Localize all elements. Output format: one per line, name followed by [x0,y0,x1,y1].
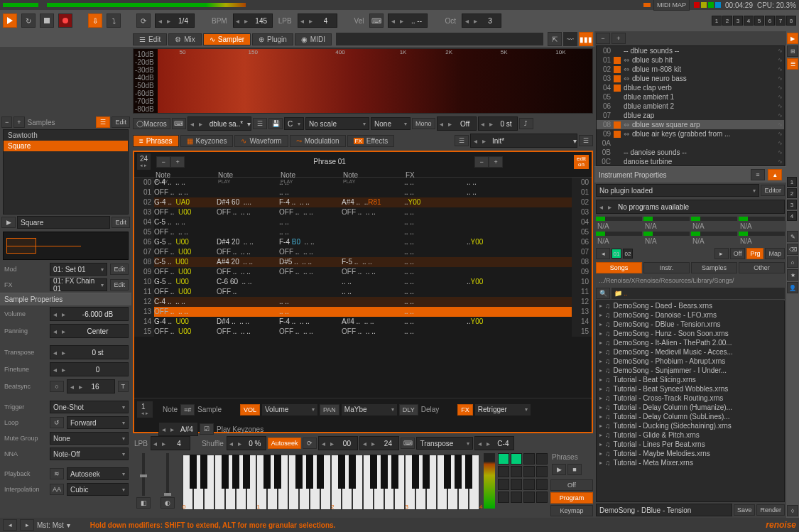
edit-mode-button[interactable]: ⇩ [88,13,102,28]
pattern-row[interactable]: 08C-5 .. U00A#4 20 .. ..D#5 .. .. ..F-5 … [134,257,592,267]
tab-plugin[interactable]: ⊕Plugin [252,33,293,45]
black-key[interactable] [465,455,472,489]
pattern-row[interactable]: 01OFF .. .. .. .. .. .. .... ..01 [134,188,592,197]
tab-midi[interactable]: ◉MIDI [295,33,332,45]
autoseek-button[interactable]: Autoseek [268,438,302,449]
file-item[interactable]: ▸♫Tutorial - Beat Slicing.xrns [597,375,784,384]
phrase-preset-spinner[interactable]: ◂▸Init*▾ [470,134,577,148]
record-button[interactable] [58,13,72,28]
mod-edit-button[interactable]: Edit [110,264,129,275]
instrument-item[interactable]: 01⇔dblue sub hit∿ [597,55,784,65]
interp-icon[interactable]: AA [50,484,64,495]
col-add-button[interactable]: + [170,156,185,168]
file-item[interactable]: ▸♫DemoSong - It-Alien - ThePath 2.00... [597,338,784,347]
finetune-spinner[interactable]: ◂▸0 [50,362,129,376]
play-button[interactable] [3,13,17,28]
sample-play-button[interactable]: ▶ [1,217,16,228]
inst-add-button[interactable]: + [612,33,626,44]
playback-icon[interactable]: ≋ [50,468,64,479]
mod-wheel[interactable] [166,453,169,496]
instrument-item[interactable]: 0Cdanoise turbine∿ [597,157,784,166]
phrase-keymap-button[interactable]: Keymap [550,505,593,516]
file-item[interactable]: ▸♫DemoSong - DBlue - Tension.xrns [597,320,784,329]
interp-select[interactable]: Cubic▾ [67,483,129,496]
macro-slider[interactable] [691,217,737,221]
tool-home[interactable]: ⌂ [787,256,798,268]
view-1[interactable]: 1 [787,177,797,187]
note-hash-button[interactable]: ≡# [180,404,195,416]
sample-edit-button[interactable]: Edit [112,116,130,128]
black-key[interactable] [381,455,388,489]
fx-chain-select[interactable]: 01: FX Chain 01▾ [50,278,107,291]
file-item[interactable]: ▸♫DemoSong - Danoise - LFO.xrns [597,310,784,320]
browser-breadcrumb[interactable]: 📁 .. [612,288,785,299]
vol-col-button[interactable]: VOL [240,404,260,416]
vel-keyboard-icon[interactable]: ⌨ [369,13,384,28]
beatsync-mode[interactable]: T [118,381,129,392]
instrument-item[interactable]: 03⇔dblue neuro bass∿ [597,74,784,83]
phrases-map-button[interactable]: Map [765,248,785,259]
fx-col-remove-button[interactable]: − [474,156,489,168]
phrase-off-button[interactable]: Off [550,479,593,491]
file-item[interactable]: ▸♫DemoSong - Hunz - Soon Soon.xrns [597,329,784,338]
edit-on-badge[interactable]: edit on [574,155,589,169]
macro-slider[interactable] [596,217,642,221]
pattern-row[interactable]: 00C-4 .. .. .. .. .. .. .... ..00 [134,178,592,188]
sample-edit-button-2[interactable]: Edit [112,217,130,228]
black-key[interactable] [295,455,303,489]
tool-eraser[interactable]: ⌫ [787,244,798,255]
pattern-row[interactable]: 15OFF .. U00OFF .. .. ..OFF .. .. ..OFF … [134,327,592,337]
instrument-item[interactable]: 08⇔dblue saw square arp∿ [597,120,784,129]
phrase-lpb-spinner[interactable]: ◂▸4 [151,436,190,450]
phrase-stop-button[interactable]: ■ [567,464,582,475]
pattern-row[interactable]: 02G-4 .. UA0D#4 60 ....F-4 .. .. ..A#4 .… [134,197,592,207]
subtab-effects[interactable]: FXEffects [347,135,395,147]
oct-spinner[interactable]: ◂▸3 [462,13,501,28]
tool-pencil[interactable]: ✎ [787,231,798,242]
file-item[interactable]: ▸♫DemoSong - Daed - Bears.xrns [597,301,784,310]
sample-add-button[interactable]: + [13,116,24,128]
fx-col-button[interactable]: FX [457,404,473,416]
follow-button[interactable]: ⤵ [107,13,121,28]
instrument-item[interactable]: 04dblue clap verb∿ [597,83,784,92]
fx-type-select[interactable]: Retrigger▾ [474,403,531,416]
subtab-waveform[interactable]: ∿Waveform [234,135,288,147]
tab-sampler[interactable]: ∿Sampler [203,33,251,45]
instrument-item[interactable]: 02⇔dblue rn-808 kit∿ [597,65,784,74]
subtab-keyzones[interactable]: ▦Keyzones [180,135,234,147]
pan-col-button[interactable]: PAN [320,404,339,416]
cursor-line[interactable]: 1◂ ▸ [137,401,153,418]
black-key[interactable] [423,455,430,489]
file-item[interactable]: ▸♫Tutorial - Glide & Pitch.xrns [597,430,784,440]
envelope-button[interactable]: ⤴ [519,118,533,129]
save-button[interactable]: Save [734,504,756,516]
pattern-row[interactable]: 04C-5 .. .. .. .. .. .. .. 04 [134,217,592,227]
loop-end-spinner[interactable]: ◂▸24 [359,436,399,450]
file-item[interactable]: ▸♫Tutorial - Maybe Melodies.xrns [597,449,784,458]
selected-sample-name[interactable]: Square [17,216,110,229]
pitch-wheel[interactable] [142,453,145,496]
macro-slider[interactable] [739,217,785,221]
key-select[interactable]: C▾ [284,117,304,130]
file-item[interactable]: ▸♫DemoSong - Sunjammer - I Under... [597,366,784,375]
transpose-mode-icon[interactable]: ⌨ [401,438,415,449]
side-grid-button[interactable]: ⊞ [787,45,798,57]
black-key[interactable] [338,455,345,489]
black-key[interactable] [370,455,377,489]
tab-songs[interactable]: Songs [596,262,642,273]
file-item[interactable]: ▸♫Tutorial - Ducking (Sidechaining).xrns [597,421,784,430]
sample-list-toggle[interactable]: ☰ [96,116,110,128]
mono-toggle-button[interactable]: ◐ [161,497,175,509]
transpose-note-spinner[interactable]: ◂▸C-4 [474,436,514,450]
black-key[interactable] [444,455,451,489]
phrase-play-button[interactable]: ▶ [552,464,566,475]
page-prev-button[interactable]: ◂ [596,248,610,259]
pattern-row[interactable]: 14G-4 .. U00D#4 .. .. ..F-4 .. .. ..A#4 … [134,317,592,327]
scale-select[interactable]: No scale▾ [305,117,369,130]
instrument-item[interactable]: 06dblue ambient 2∿ [597,102,784,111]
tool-star[interactable]: ★ [787,269,798,281]
shuffle-spinner[interactable]: ◂▸0 % [227,436,266,450]
preset-spinner[interactable]: ◂▸dblue sa..*▾ [187,116,251,131]
pitch-spinner[interactable]: ◂▸0 st [478,116,518,131]
pattern-row[interactable]: 07OFF .. U00OFF .. .. ..OFF .. .. .. .. … [134,247,592,257]
